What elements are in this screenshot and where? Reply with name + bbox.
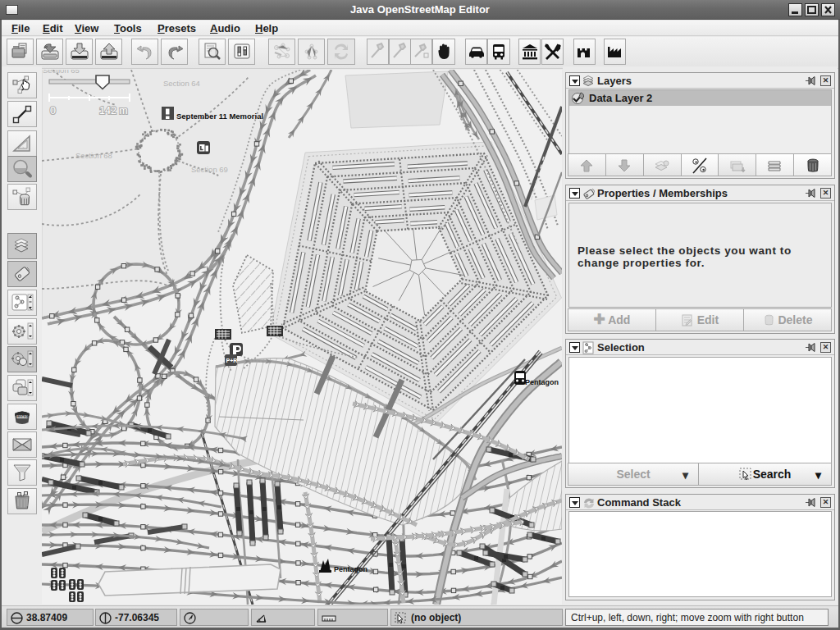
svg-text:WSTED: WSTED <box>17 415 28 418</box>
